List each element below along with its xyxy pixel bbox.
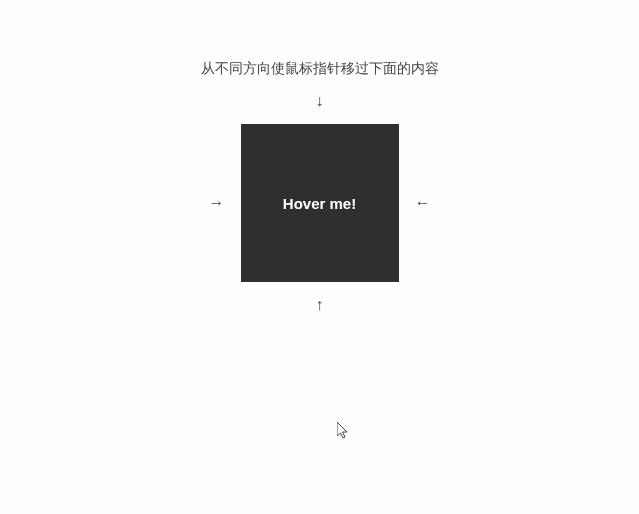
- cursor-icon: [337, 422, 353, 442]
- hover-box-label: Hover me!: [283, 195, 356, 212]
- arrow-left-icon: ←: [415, 194, 431, 212]
- instruction-text: 从不同方向使鼠标指针移过下面的内容: [201, 60, 439, 78]
- middle-row: → Hover me! ←: [209, 124, 431, 282]
- arrow-right-icon: →: [209, 194, 225, 212]
- arrow-down-icon: ↓: [316, 92, 324, 110]
- hover-target-box[interactable]: Hover me!: [241, 124, 399, 282]
- arrow-up-icon: ↑: [316, 296, 324, 314]
- demo-container: 从不同方向使鼠标指针移过下面的内容 ↓ → Hover me! ← ↑: [0, 0, 639, 314]
